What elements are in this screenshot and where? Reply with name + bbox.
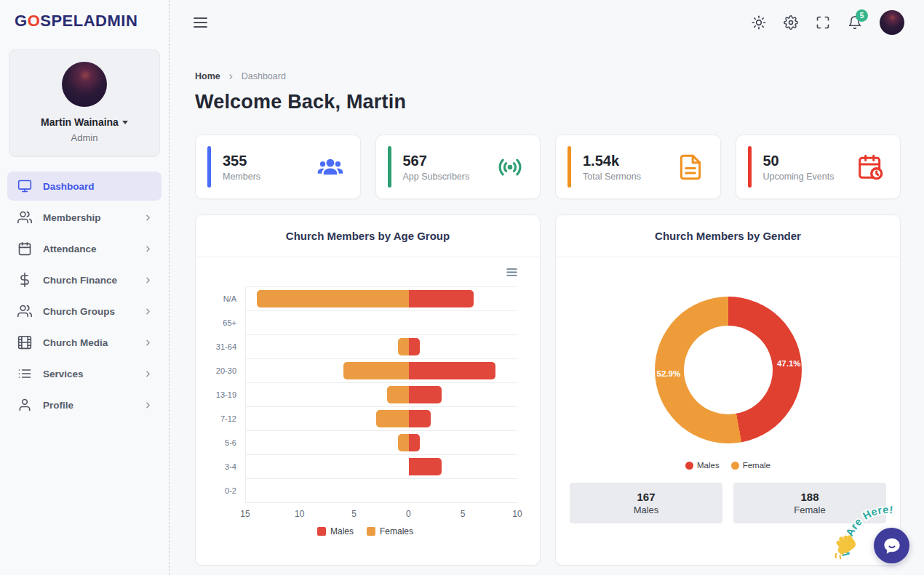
females-bar[interactable] <box>398 338 409 355</box>
notifications-bell-icon[interactable]: 5 <box>848 15 862 30</box>
males-bar[interactable] <box>409 290 474 307</box>
x-axis-tick: 10 <box>512 509 522 519</box>
profile-name: Martin Wainaina <box>41 116 119 128</box>
sidebar-item-church-finance[interactable]: Church Finance <box>7 265 162 294</box>
monitor-icon <box>17 179 32 193</box>
stat-value: 50 <box>763 153 835 169</box>
calendar-clock-icon <box>855 153 885 181</box>
sidebar-item-church-groups[interactable]: Church Groups <box>7 297 162 326</box>
stat-label: Upcoming Events <box>763 172 835 182</box>
x-axis-tick: 5 <box>461 509 466 519</box>
profile-avatar[interactable] <box>62 62 107 107</box>
breadcrumb-home-link[interactable]: Home <box>195 71 220 81</box>
sidebar-item-label: Services <box>43 369 143 379</box>
bar-category-label: N/A <box>213 286 245 310</box>
females-bar[interactable] <box>257 290 409 307</box>
females-bar[interactable] <box>387 386 409 403</box>
topbar-actions: 5 <box>752 10 904 35</box>
chevron-right-icon <box>143 401 153 410</box>
bar-category-label: 0-2 <box>213 478 245 502</box>
stat-card-app-subscribers: 567App Subscribers <box>375 134 541 199</box>
males-bar[interactable] <box>409 410 431 427</box>
theme-toggle-sun-icon[interactable] <box>752 15 766 30</box>
bar-row-7-12 <box>246 407 517 431</box>
males-bar[interactable] <box>409 338 420 355</box>
chat-widget: We Are Here! <box>829 495 920 569</box>
users-icon <box>17 304 32 318</box>
gender-count-value: 167 <box>637 491 655 503</box>
bar-chart-category-labels: N/A65+31-6420-3013-197-125-63-40-2 <box>213 286 245 503</box>
bar-row-20-30 <box>246 359 517 383</box>
settings-gear-icon[interactable] <box>784 15 798 30</box>
app-root: GOSPELADMIN Martin Wainaina Admin Dashbo… <box>0 0 924 575</box>
sidebar-item-membership[interactable]: Membership <box>7 203 162 232</box>
stat-card-upcoming-events: 50Upcoming Events <box>736 134 901 199</box>
bar-chart-legend: MalesFemales <box>213 523 517 540</box>
app-logo[interactable]: GOSPELADMIN <box>0 12 169 31</box>
bar-row-0-2 <box>246 479 517 503</box>
females-bar[interactable] <box>343 362 409 379</box>
bar-category-label: 20-30 <box>213 358 245 382</box>
stat-value: 355 <box>223 153 260 169</box>
bar-row-5-6 <box>246 431 517 455</box>
page-content: Home Dashboard Welcome Back, Martin 355M… <box>170 45 924 575</box>
main-area: 5 Home Dashboard Welcome Back, Martin 35… <box>170 0 924 575</box>
legend-item-females[interactable]: Females <box>367 526 413 536</box>
x-axis-tick: 0 <box>406 509 411 519</box>
sidebar-item-label: Church Groups <box>43 306 143 317</box>
males-bar[interactable] <box>409 386 442 403</box>
males-bar[interactable] <box>409 434 420 451</box>
age-group-chart-card: Church Members by Age Group N/A65+31-642… <box>195 214 541 566</box>
stat-value: 1.54k <box>583 153 641 169</box>
users-icon <box>17 210 32 225</box>
stat-accent-bar <box>207 146 211 188</box>
females-bar[interactable] <box>398 434 409 451</box>
legend-label: Males <box>697 461 720 470</box>
chat-bubble-button[interactable] <box>874 528 909 563</box>
breadcrumb: Home Dashboard <box>195 71 901 81</box>
legend-item-males[interactable]: Males <box>317 526 354 536</box>
film-icon <box>17 335 32 350</box>
bar-row-65+ <box>246 311 517 335</box>
sidebar-item-label: Church Media <box>43 337 143 348</box>
sidebar-item-profile[interactable]: Profile <box>7 390 162 419</box>
chevron-right-icon <box>143 307 153 316</box>
females-bar[interactable] <box>376 410 409 427</box>
bar-category-label: 65+ <box>213 310 245 334</box>
sidebar-item-attendance[interactable]: Attendance <box>7 234 162 263</box>
chevron-right-icon <box>143 338 153 347</box>
fullscreen-icon[interactable] <box>816 15 830 30</box>
donut-legend-item-males[interactable]: Males <box>685 461 720 470</box>
legend-swatch <box>367 527 375 536</box>
logo-accent-o: O <box>28 12 41 30</box>
menu-toggle-icon[interactable] <box>194 17 207 28</box>
stat-card-members: 355Members <box>195 134 361 199</box>
breadcrumb-current: Dashboard <box>242 71 286 81</box>
stat-label: App Subscribers <box>403 172 470 182</box>
legend-label: Female <box>743 461 770 470</box>
bar-row-3-4 <box>246 455 517 479</box>
gender-chart-title: Church Members by Gender <box>556 215 900 257</box>
bar-category-label: 31-64 <box>213 334 245 358</box>
males-bar[interactable] <box>409 458 442 475</box>
profile-name-dropdown[interactable]: Martin Wainaina <box>41 116 128 128</box>
bar-category-label: 7-12 <box>213 406 245 430</box>
males-bar[interactable] <box>409 362 495 379</box>
chart-menu-icon[interactable] <box>506 268 517 277</box>
chevron-right-icon <box>143 213 153 222</box>
x-axis-tick: 5 <box>351 509 357 519</box>
bar-chart-x-axis: 151050510 <box>245 503 517 523</box>
list-icon <box>17 366 32 381</box>
sidebar-item-dashboard[interactable]: Dashboard <box>7 172 162 201</box>
topbar-avatar[interactable] <box>880 10 904 35</box>
sidebar-item-label: Dashboard <box>43 181 154 192</box>
stat-label: Members <box>223 172 260 182</box>
chevron-right-icon <box>143 244 153 254</box>
profile-card: Martin Wainaina Admin <box>9 49 160 157</box>
donut-legend-item-female[interactable]: Female <box>731 461 770 470</box>
stats-row: 355Members567App Subscribers1.54kTotal S… <box>195 134 901 199</box>
sidebar-item-services[interactable]: Services <box>7 359 162 388</box>
sidebar-item-church-media[interactable]: Church Media <box>7 328 162 357</box>
bar-row-n/a <box>246 287 517 311</box>
sidebar-item-label: Church Finance <box>43 275 143 286</box>
